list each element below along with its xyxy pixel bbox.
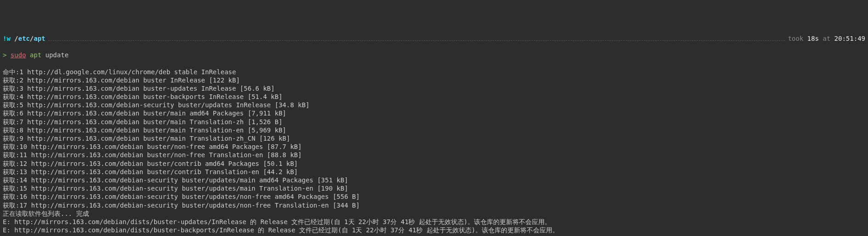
cmd-arg: update [45, 51, 69, 59]
took-value: 18s [807, 35, 819, 42]
path-slash: / [14, 35, 18, 42]
path-etc: etc [18, 35, 30, 42]
cmd-sudo: sudo [11, 51, 26, 59]
clock-time: 20:51:49 [835, 35, 865, 42]
output-line: 获取:10 http://mirrors.163.com/debian bust… [3, 143, 865, 151]
output-line: 获取:11 http://mirrors.163.com/debian bust… [3, 151, 865, 159]
output-line: 获取:2 http://mirrors.163.com/debian buste… [3, 76, 865, 84]
output-line: 获取:3 http://mirrors.163.com/debian buste… [3, 84, 865, 93]
cwd: !w /etc/apt [3, 34, 45, 43]
prompt-header: !w /etc/apt took 18s at 20:51:49 [3, 34, 865, 43]
prompt-symbol: > [3, 51, 6, 59]
output-line: 获取:4 http://mirrors.163.com/debian buste… [3, 93, 865, 101]
output-line: 正在读取软件包列表... 完成 [3, 209, 865, 218]
output-line: 命中:1 http://dl.google.com/linux/chrome/d… [3, 68, 865, 76]
header-dashes [45, 36, 788, 40]
at-label: at [823, 35, 830, 42]
output-line: E: http://mirrors.163.com/debian/dists/b… [3, 226, 865, 234]
output-line: 获取:7 http://mirrors.163.com/debian buste… [3, 118, 865, 126]
command-line[interactable]: > sudo apt update [3, 51, 865, 59]
timing-info: took 18s at 20:51:49 [788, 34, 865, 43]
terminal-output: 命中:1 http://dl.google.com/linux/chrome/d… [3, 68, 865, 235]
output-line: 获取:16 http://mirrors.163.com/debian-secu… [3, 192, 865, 201]
output-line: E: http://mirrors.163.com/debian/dists/b… [3, 218, 865, 226]
output-line: 获取:5 http://mirrors.163.com/debian-secur… [3, 101, 865, 109]
output-line: 获取:6 http://mirrors.163.com/debian buste… [3, 109, 865, 117]
output-line: 获取:8 http://mirrors.163.com/debian buste… [3, 126, 865, 134]
bang-w: !w [3, 35, 11, 42]
output-line: 获取:14 http://mirrors.163.com/debian-secu… [3, 176, 865, 184]
output-line: 获取:9 http://mirrors.163.com/debian buste… [3, 134, 865, 143]
took-label: took [788, 35, 803, 42]
output-line: 获取:13 http://mirrors.163.com/debian bust… [3, 168, 865, 176]
cmd-apt: apt [30, 51, 41, 59]
output-line: 获取:17 http://mirrors.163.com/debian-secu… [3, 201, 865, 209]
path-apt: apt [33, 35, 45, 42]
output-line: 获取:12 http://mirrors.163.com/debian bust… [3, 159, 865, 168]
output-line: 获取:15 http://mirrors.163.com/debian-secu… [3, 184, 865, 192]
